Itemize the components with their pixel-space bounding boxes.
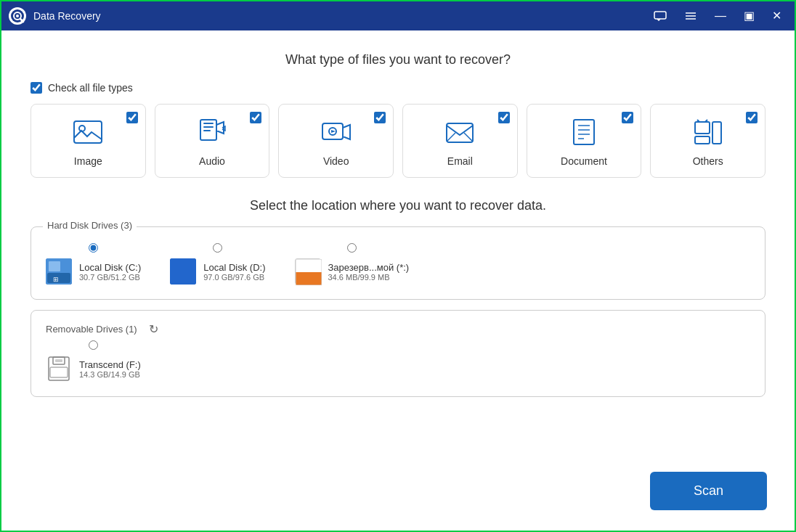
svg-rect-36 — [50, 367, 68, 377]
svg-rect-23 — [695, 136, 710, 144]
drive-f[interactable]: Transcend (F:) 14.3 GB/14.9 GB — [46, 340, 141, 382]
drive-c-radio[interactable] — [89, 243, 98, 253]
drive-c-info: Local Disk (C:) 30.7 GB/51.2 GB — [79, 262, 141, 282]
removable-drives-label: Removable Drives (1) — [46, 324, 137, 335]
drive-f-size: 14.3 GB/14.9 GB — [79, 370, 141, 379]
email-label: Email — [447, 155, 473, 167]
image-checkbox[interactable] — [126, 112, 138, 123]
audio-icon — [195, 115, 230, 150]
drive-c[interactable]: ⊞ Local Disk (C:) 30.7 GB/51.2 GB — [46, 243, 141, 285]
hard-disk-drives-group: Hard Disk Drives (3) ⊞ — [31, 226, 765, 300]
svg-text:⊞: ⊞ — [53, 276, 59, 283]
file-type-video[interactable]: Video — [278, 104, 394, 178]
hard-disk-label: Hard Disk Drives (3) — [43, 220, 137, 231]
svg-rect-8 — [74, 121, 102, 143]
svg-rect-27 — [49, 261, 60, 271]
svg-rect-24 — [712, 122, 721, 144]
drive-c-name: Local Disk (C:) — [79, 262, 141, 273]
svg-rect-4 — [654, 12, 666, 19]
removable-drives-list: Transcend (F:) 14.3 GB/14.9 GB — [46, 336, 750, 382]
drive-reserved-name: Зарезерв...мой (*:) — [328, 262, 410, 273]
window-controls: — ▣ ✕ — [648, 7, 787, 25]
video-checkbox[interactable] — [374, 112, 386, 123]
drive-f-info: Transcend (F:) 14.3 GB/14.9 GB — [79, 359, 141, 379]
document-checkbox[interactable] — [622, 112, 633, 123]
drive-f-name: Transcend (F:) — [79, 359, 141, 370]
file-type-document[interactable]: Document — [527, 104, 642, 178]
menu-button[interactable] — [678, 8, 703, 24]
audio-checkbox[interactable] — [250, 112, 261, 123]
image-label: Image — [74, 155, 102, 167]
others-checkbox[interactable] — [746, 112, 758, 123]
file-types-grid: Image Audio — [31, 104, 765, 178]
drive-reserved-size: 34.6 MB/99.9 MB — [328, 273, 410, 282]
main-content: What type of files you want to recover? … — [1, 30, 795, 531]
svg-rect-29 — [170, 258, 196, 285]
drive-c-icon: ⊞ — [46, 258, 72, 285]
app-icon — [9, 7, 26, 25]
svg-rect-16 — [447, 123, 473, 142]
titlebar: Data Recovery — ▣ ✕ — [1, 1, 795, 30]
section2-title: Select the location where you want to re… — [31, 198, 765, 213]
drive-f-radio[interactable] — [89, 340, 98, 350]
scan-button[interactable]: Scan — [650, 472, 767, 510]
drive-d-name: Local Disk (D:) — [203, 262, 265, 273]
others-icon — [691, 115, 726, 150]
image-icon — [70, 115, 105, 150]
drive-d-size: 97.0 GB/97.6 GB — [203, 273, 265, 282]
svg-rect-13 — [203, 130, 211, 131]
svg-rect-31 — [296, 272, 322, 285]
hard-disk-drives-list: ⊞ Local Disk (C:) 30.7 GB/51.2 GB — [46, 239, 750, 285]
drive-d-info: Local Disk (D:) 97.0 GB/97.6 GB — [203, 262, 265, 282]
video-label: Video — [323, 155, 349, 167]
drive-reserved-icon — [295, 258, 321, 285]
drive-reserved-radio[interactable] — [347, 243, 357, 253]
check-all-checkbox[interactable] — [31, 82, 42, 94]
document-label: Document — [561, 155, 607, 167]
svg-rect-17 — [574, 120, 594, 144]
maximize-button[interactable]: ▣ — [738, 7, 760, 25]
drive-f-icon — [46, 356, 72, 382]
close-button[interactable]: ✕ — [766, 7, 787, 25]
refresh-icon[interactable]: ↻ — [149, 322, 158, 336]
file-type-email[interactable]: Email — [402, 104, 518, 178]
video-icon — [319, 115, 354, 150]
email-icon — [442, 115, 477, 150]
drive-d-radio[interactable] — [213, 243, 222, 253]
app-window: Data Recovery — ▣ ✕ What type of files y… — [0, 0, 796, 532]
drive-reserved[interactable]: Зарезерв...мой (*:) 34.6 MB/99.9 MB — [295, 243, 410, 285]
svg-rect-30 — [296, 259, 322, 272]
audio-label: Audio — [199, 155, 225, 167]
svg-rect-35 — [55, 359, 62, 362]
drive-d[interactable]: Local Disk (D:) 97.0 GB/97.6 GB — [170, 243, 265, 285]
check-all-label[interactable]: Check all file types — [48, 82, 133, 94]
email-checkbox[interactable] — [498, 112, 510, 123]
others-label: Others — [693, 155, 723, 167]
check-all-row: Check all file types — [31, 82, 765, 94]
drive-d-icon — [170, 258, 196, 285]
svg-rect-26 — [47, 273, 70, 283]
svg-point-2 — [16, 15, 19, 17]
file-type-audio[interactable]: Audio — [155, 104, 270, 178]
window-title: Data Recovery — [33, 10, 648, 22]
minimize-button[interactable]: — — [709, 7, 732, 25]
svg-rect-12 — [203, 126, 214, 128]
drive-reserved-info: Зарезерв...мой (*:) 34.6 MB/99.9 MB — [328, 262, 410, 282]
file-type-others[interactable]: Others — [650, 104, 765, 178]
document-icon — [566, 115, 601, 150]
drive-c-size: 30.7 GB/51.2 GB — [79, 273, 141, 282]
section1-title: What type of files you want to recover? — [31, 52, 765, 67]
svg-rect-11 — [203, 123, 214, 124]
chat-button[interactable] — [648, 8, 673, 24]
removable-drives-group: Removable Drives (1) ↻ — [31, 310, 765, 397]
svg-rect-22 — [695, 122, 710, 134]
file-type-image[interactable]: Image — [31, 104, 146, 178]
